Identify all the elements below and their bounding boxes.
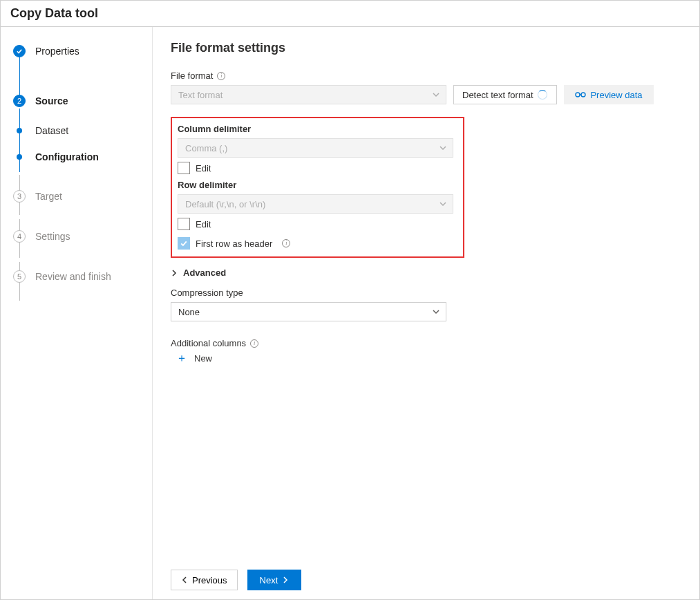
row-delimiter-value: Default (\r,\n, or \r\n) — [185, 199, 265, 209]
edit-label: Edit — [196, 219, 211, 229]
chevron-down-icon — [439, 200, 447, 208]
add-column-button[interactable]: ＋ New — [171, 353, 677, 364]
compression-type-label: Compression type — [171, 288, 243, 298]
step-settings[interactable]: 4 Settings — [13, 230, 141, 243]
step-number: 3 — [13, 190, 26, 203]
step-number: 2 — [13, 95, 26, 107]
substep-dot-icon — [17, 128, 22, 133]
previous-button[interactable]: Previous — [171, 570, 238, 590]
file-format-value: Text format — [178, 90, 223, 100]
file-format-select[interactable]: Text format — [171, 85, 446, 104]
column-delimiter-select[interactable]: Comma (,) — [178, 138, 453, 158]
wizard-sidebar: Properties 2 Source Dataset Configuratio… — [1, 27, 153, 599]
substep-label: Dataset — [35, 125, 68, 136]
info-icon[interactable]: i — [282, 239, 290, 247]
additional-columns-label: Additional columns — [171, 338, 246, 348]
file-format-row: File format i Text format Detect text fo… — [171, 71, 677, 104]
chevron-down-icon — [432, 91, 440, 99]
wizard-footer: Previous Next — [171, 561, 677, 599]
main-panel: File format settings File format i Text … — [153, 27, 699, 599]
page-title: File format settings — [171, 41, 677, 55]
compression-type-value: None — [178, 307, 200, 317]
plus-icon: ＋ — [176, 353, 187, 364]
substep-dataset[interactable]: Dataset — [13, 125, 141, 136]
chevron-down-icon — [432, 308, 440, 316]
step-review[interactable]: 5 Review and finish — [13, 270, 141, 283]
preview-icon — [575, 90, 586, 100]
chevron-down-icon — [439, 144, 447, 152]
compression-type-select[interactable]: None — [171, 302, 446, 321]
window-title: Copy Data tool — [10, 6, 98, 21]
step-label: Settings — [35, 231, 70, 242]
first-row-header-checkbox[interactable] — [178, 237, 190, 250]
step-label: Properties — [35, 46, 79, 57]
first-row-header-label: First row as header — [196, 238, 272, 249]
file-format-label: File format — [171, 71, 213, 81]
titlebar: Copy Data tool — [1, 1, 699, 27]
row-delim-edit-checkbox[interactable] — [178, 218, 190, 230]
check-icon — [13, 45, 26, 57]
step-number: 5 — [13, 270, 26, 283]
substep-dot-icon — [17, 154, 22, 160]
detect-text-format-button[interactable]: Detect text format — [453, 85, 557, 104]
info-icon[interactable]: i — [217, 72, 225, 80]
substep-configuration[interactable]: Configuration — [13, 151, 141, 162]
column-delimiter-value: Comma (,) — [185, 143, 227, 153]
step-source[interactable]: 2 Source — [13, 95, 141, 107]
copy-data-tool-window: Copy Data tool Properties 2 — [0, 0, 700, 600]
step-label: Source — [35, 95, 68, 106]
next-button[interactable]: Next — [247, 570, 302, 590]
column-delim-edit-checkbox[interactable] — [178, 162, 190, 174]
info-icon[interactable]: i — [250, 339, 258, 348]
body: Properties 2 Source Dataset Configuratio… — [1, 27, 699, 599]
svg-point-0 — [576, 93, 580, 97]
step-properties[interactable]: Properties — [13, 45, 141, 57]
row-delimiter-label: Row delimiter — [178, 180, 236, 190]
step-number: 4 — [13, 230, 26, 243]
svg-point-1 — [581, 93, 585, 97]
substep-label: Configuration — [35, 151, 99, 162]
step-target[interactable]: 3 Target — [13, 190, 141, 203]
preview-data-button[interactable]: Preview data — [564, 85, 654, 104]
step-label: Target — [35, 191, 62, 202]
chevron-right-icon — [171, 270, 178, 276]
column-delimiter-label: Column delimiter — [178, 124, 251, 134]
step-label: Review and finish — [35, 271, 111, 282]
delimiter-highlight-group: Column delimiter Comma (,) Edit Row deli… — [171, 117, 464, 258]
edit-label: Edit — [196, 163, 211, 174]
advanced-expander[interactable]: Advanced — [171, 268, 677, 278]
row-delimiter-select[interactable]: Default (\r,\n, or \r\n) — [178, 194, 453, 214]
